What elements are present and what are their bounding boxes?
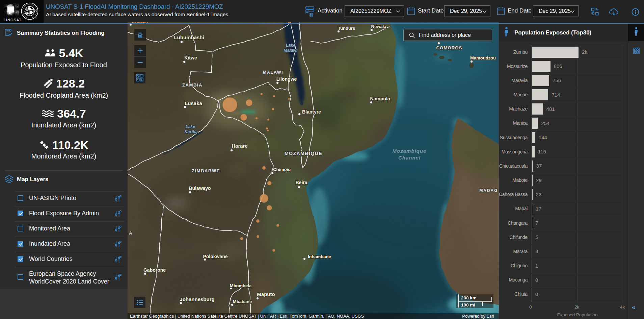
- svg-text:Kariba: Kariba: [185, 129, 198, 134]
- svg-text:Beira: Beira: [295, 180, 307, 185]
- svg-text:Johannesburg: Johannesburg: [180, 296, 214, 302]
- svg-text:Bulawayo: Bulawayo: [189, 186, 211, 191]
- svg-text:Mamoudzou: Mamoudzou: [470, 55, 496, 60]
- svg-text:Lilongwe: Lilongwe: [276, 76, 297, 82]
- svg-text:Channel: Channel: [398, 155, 421, 161]
- svg-text:A: A: [129, 230, 133, 236]
- svg-text:Maputo: Maputo: [257, 291, 275, 297]
- svg-text:Lubumbashi: Lubumbashi: [174, 34, 204, 40]
- svg-text:MALAWI: MALAWI: [263, 70, 283, 75]
- svg-text:Inhambane: Inhambane: [308, 254, 331, 259]
- svg-text:Lusaka: Lusaka: [185, 100, 202, 106]
- svg-text:UNOSAT: UNOSAT: [4, 18, 22, 22]
- svg-text:ZIMBABWE: ZIMBABWE: [192, 168, 220, 173]
- svg-text:Blantyre: Blantyre: [302, 109, 321, 115]
- svg-text:Lake: Lake: [186, 124, 195, 129]
- svg-text:MOZAMBIQUE: MOZAMBIQUE: [285, 151, 322, 156]
- svg-text:Kitwe: Kitwe: [184, 55, 197, 60]
- svg-text:Mbabane: Mbabane: [233, 299, 252, 304]
- svg-text:ZAMBIA: ZAMBIA: [182, 82, 203, 88]
- svg-text:Chimoio: Chimoio: [273, 167, 291, 172]
- svg-text:Lake: Lake: [286, 43, 296, 48]
- svg-text:Malawi: Malawi: [284, 48, 298, 53]
- svg-text:Mbombela: Mbombela: [230, 283, 252, 288]
- svg-text:Tunduru: Tunduru: [338, 26, 355, 31]
- svg-text:Gaborone: Gaborone: [143, 267, 166, 273]
- svg-text:Nampula: Nampula: [370, 96, 390, 101]
- svg-text:Newala: Newala: [371, 24, 387, 29]
- svg-text:Polokwane: Polokwane: [203, 254, 227, 259]
- svg-text:COMOROS: COMOROS: [436, 45, 462, 50]
- svg-text:Mozambique: Mozambique: [393, 148, 427, 154]
- svg-text:Harare: Harare: [232, 143, 248, 149]
